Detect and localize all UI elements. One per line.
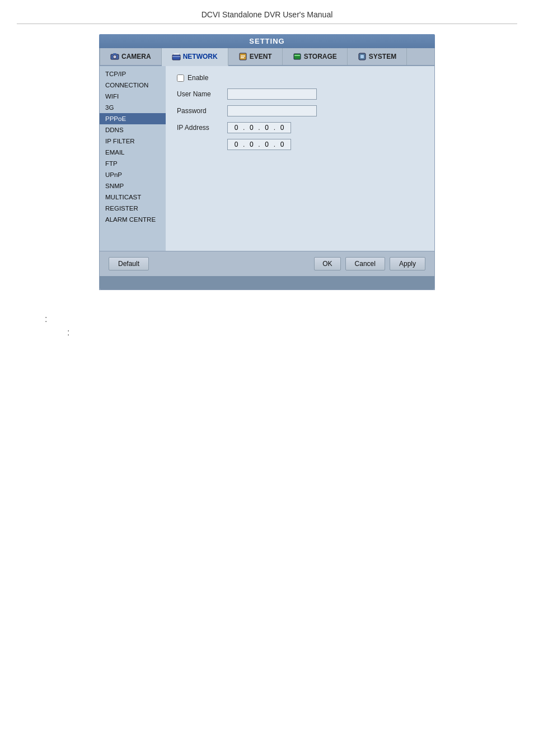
tab-system[interactable]: SYSTEM [348, 48, 407, 65]
svg-rect-6 [174, 53, 179, 55]
ipaddress-row2: . . . [177, 139, 423, 150]
ip2-octet1[interactable] [230, 141, 242, 148]
ip2-octet2[interactable] [245, 141, 257, 148]
sidebar-item-register[interactable]: REGISTER [100, 203, 166, 214]
ip2-octet4[interactable] [276, 141, 288, 148]
username-input[interactable] [227, 88, 317, 100]
event-icon [238, 52, 247, 61]
sidebar-item-ipfilter[interactable]: IP FILTER [100, 136, 166, 147]
storage-icon [293, 52, 302, 61]
dialog-body: CAMERA NETWORK [99, 48, 435, 290]
tab-network-label: NETWORK [183, 53, 218, 60]
svg-rect-7 [240, 53, 246, 60]
ok-button[interactable]: OK [314, 257, 340, 270]
content-area: TCP/IP CONNECTION WIFI 3G PPPoE DDNS IP … [100, 66, 434, 251]
svg-rect-10 [294, 54, 301, 59]
sidebar: TCP/IP CONNECTION WIFI 3G PPPoE DDNS IP … [100, 66, 166, 251]
ip2-octet3[interactable] [261, 141, 273, 148]
default-button[interactable]: Default [109, 257, 149, 270]
camera-icon [110, 52, 119, 61]
form-area: Enable User Name Password IP Address [166, 66, 434, 251]
password-row: Password [177, 105, 423, 116]
sidebar-item-pppoe[interactable]: PPPoE [100, 113, 166, 124]
password-label: Password [177, 107, 227, 115]
sidebar-item-wifi[interactable]: WIFI [100, 91, 166, 102]
sidebar-item-upnp[interactable]: UPnP [100, 169, 166, 180]
ipaddress-row1: IP Address . . . [177, 122, 423, 133]
sidebar-item-snmp[interactable]: SNMP [100, 180, 166, 192]
sidebar-item-ddns[interactable]: DDNS [100, 124, 166, 136]
enable-checkbox[interactable] [177, 74, 184, 82]
tab-system-label: SYSTEM [369, 53, 396, 60]
bottom-bar: Default OK Cancel Apply [100, 251, 434, 276]
tab-event[interactable]: EVENT [228, 48, 283, 65]
apply-button[interactable]: Apply [390, 257, 425, 270]
tab-storage-label: STORAGE [304, 53, 337, 60]
username-row: User Name [177, 88, 423, 100]
enable-row: Enable [177, 74, 423, 82]
tab-bar: CAMERA NETWORK [100, 48, 434, 66]
cancel-button[interactable]: Cancel [345, 257, 385, 270]
page-title: DCVI Standalone DVR User's Manual [0, 0, 534, 24]
sidebar-item-alarmcentre[interactable]: ALARM CENTRE [100, 214, 166, 225]
top-divider [17, 24, 517, 24]
ip-field-1[interactable]: . . . [227, 122, 291, 133]
svg-rect-3 [113, 53, 116, 55]
ip1-octet3[interactable] [261, 124, 273, 132]
sidebar-item-tcpip[interactable]: TCP/IP [100, 68, 166, 80]
settings-dialog: SETTING CAMERA [99, 34, 435, 290]
sidebar-item-ftp[interactable]: FTP [100, 158, 166, 169]
password-input[interactable] [227, 105, 317, 116]
svg-point-2 [114, 56, 116, 58]
dialog-title: SETTING [99, 34, 435, 48]
ip1-octet1[interactable] [230, 124, 242, 132]
enable-label[interactable]: Enable [188, 74, 208, 82]
tab-storage[interactable]: STORAGE [283, 48, 348, 65]
ip-field-2[interactable]: . . . [227, 139, 291, 150]
network-icon [172, 52, 181, 61]
footer-bar [100, 276, 434, 290]
tab-camera-label: CAMERA [121, 53, 151, 60]
tab-event-label: EVENT [250, 53, 272, 60]
sidebar-item-email[interactable]: EMAIL [100, 147, 166, 158]
username-label: User Name [177, 90, 227, 98]
system-icon [358, 52, 367, 61]
ip1-octet4[interactable] [276, 124, 288, 132]
sidebar-item-3g[interactable]: 3G [100, 102, 166, 113]
sidebar-item-multicast[interactable]: MULTICAST [100, 192, 166, 203]
ipaddress-label: IP Address [177, 124, 227, 132]
tab-network[interactable]: NETWORK [162, 48, 228, 66]
svg-rect-4 [172, 55, 180, 60]
tab-camera[interactable]: CAMERA [100, 48, 162, 65]
svg-rect-11 [294, 55, 300, 56]
sidebar-item-connection[interactable]: CONNECTION [100, 80, 166, 91]
svg-rect-13 [360, 55, 364, 58]
ip1-octet2[interactable] [245, 124, 257, 132]
decorative-dots: : : [0, 312, 534, 339]
